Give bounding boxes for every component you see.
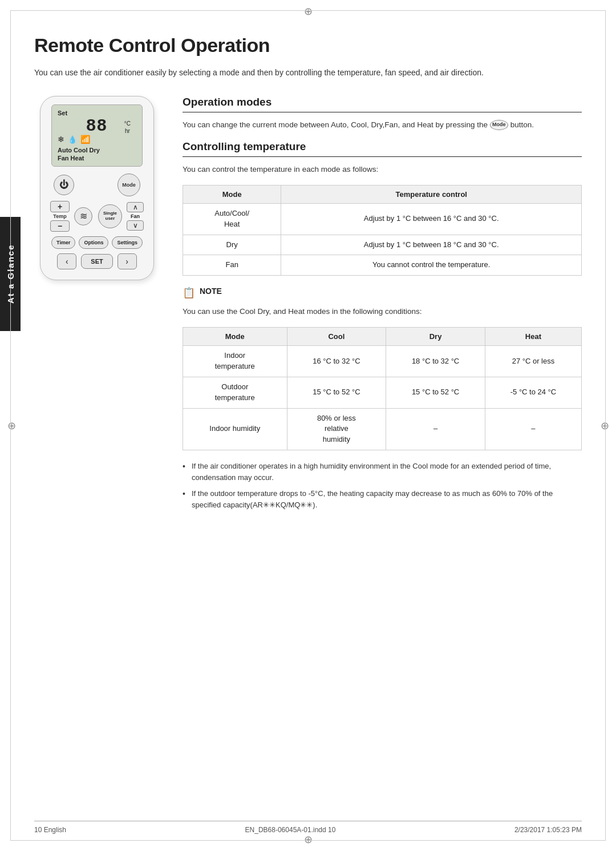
- cond-row3-heat: –: [485, 408, 581, 450]
- table-row: Outdoortemperature 15 °C to 52 °C 15 °C …: [183, 377, 582, 408]
- temp-row3-control: You cannot control the temperature.: [281, 255, 582, 276]
- table-row: Fan You cannot control the temperature.: [183, 255, 582, 276]
- mode-button[interactable]: Mode: [117, 174, 140, 196]
- temp-wind-fan-row: + Temp − ≋ Single user: [50, 201, 144, 232]
- nav-right-button[interactable]: ›: [117, 253, 137, 269]
- temp-row2-control: Adjust by 1 °C between 18 °C and 30 °C.: [281, 235, 582, 255]
- single-user-label: Single user: [103, 211, 117, 221]
- controlling-temp-divider: [183, 156, 582, 157]
- mode-label: Mode: [122, 182, 136, 188]
- temp-label: Temp: [53, 213, 66, 219]
- remote-display: Set 88 °C hr ❄ 💧 📶: [51, 104, 143, 167]
- table-row: Indoortemperature 16 °C to 32 °C 18 °C t…: [183, 346, 582, 377]
- cond-row2-heat: -5 °C to 24 °C: [485, 377, 581, 408]
- cond-row1-label: Indoortemperature: [183, 346, 287, 377]
- power-button[interactable]: ⏻: [54, 175, 74, 195]
- display-set-label: Set: [58, 110, 67, 116]
- nav-left-button[interactable]: ‹: [57, 253, 76, 269]
- operation-modes-title: Operation modes: [183, 96, 582, 108]
- note-content: NOTE: [200, 286, 222, 296]
- timer-button[interactable]: Timer: [51, 236, 75, 249]
- cond-row3-label: Indoor humidity: [183, 408, 287, 450]
- page-title: Remote Control Operation: [34, 34, 582, 57]
- note-text: You can use the Cool Dry, and Heat modes…: [183, 306, 582, 318]
- footer-date: 2/23/2017 1:05:23 PM: [514, 826, 582, 834]
- note-box: 📋 NOTE: [183, 286, 582, 299]
- nav-row: ‹ SET ›: [50, 253, 144, 269]
- cond-row1-cool: 16 °C to 32 °C: [287, 346, 386, 377]
- display-unit-hr: hr: [124, 127, 131, 135]
- temp-row1-mode: Auto/Cool/Heat: [183, 203, 281, 235]
- power-icon: ⏻: [59, 180, 68, 190]
- temperature-table: Mode Temperature control Auto/Cool/Heat …: [183, 185, 582, 276]
- middle-group: ≋ Single user: [74, 204, 122, 228]
- table-row: Dry Adjust by 1 °C between 18 °C and 30 …: [183, 235, 582, 255]
- cond-row3-cool: 80% or lessrelativehumidity: [287, 408, 386, 450]
- fan-label: Fan: [131, 213, 140, 219]
- temp-minus-button[interactable]: −: [50, 220, 70, 232]
- intro-text: You can use the air conditioner easily b…: [34, 67, 582, 79]
- options-button[interactable]: Options: [79, 236, 108, 249]
- fan-down-button[interactable]: ∨: [127, 220, 144, 231]
- list-item: If the outdoor temperature drops to -5°C…: [183, 488, 582, 511]
- settings-button[interactable]: Settings: [112, 236, 143, 249]
- conditions-table: Mode Cool Dry Heat Indoortemperature 16 …: [183, 327, 582, 450]
- single-user-button[interactable]: Single user: [98, 204, 122, 228]
- controlling-temp-text: You can control the temperature in each …: [183, 164, 582, 176]
- cond-row2-dry: 15 °C to 52 °C: [386, 377, 485, 408]
- wind-direction-icon[interactable]: ≋: [74, 207, 92, 225]
- temp-row2-mode: Dry: [183, 235, 281, 255]
- power-mode-row: ⏻ Mode: [50, 174, 144, 196]
- operation-modes-text: You can change the current mode between …: [183, 119, 582, 131]
- fan-group: ∧ Fan ∨: [127, 202, 144, 231]
- cond-header-dry: Dry: [386, 328, 485, 346]
- temp-row1-control: Adjust by 1 °C between 16 °C and 30 °C.: [281, 203, 582, 235]
- display-unit-celsius: °C: [124, 120, 131, 127]
- remote-body: Set 88 °C hr ❄ 💧 📶: [40, 96, 154, 280]
- temp-table-header-mode: Mode: [183, 185, 281, 203]
- temp-group: + Temp −: [50, 201, 70, 232]
- controlling-temp-title: Controlling temperature: [183, 140, 582, 153]
- cond-header-heat: Heat: [485, 328, 581, 346]
- cond-row2-cool: 15 °C to 52 °C: [287, 377, 386, 408]
- footer-doc-name: EN_DB68-06045A-01.indd 10: [245, 826, 336, 834]
- cond-row3-dry: –: [386, 408, 485, 450]
- display-digits: 88: [86, 116, 107, 134]
- temp-row3-mode: Fan: [183, 255, 281, 276]
- fan-up-button[interactable]: ∧: [127, 202, 144, 212]
- temp-table-header-control: Temperature control: [281, 185, 582, 203]
- cond-header-mode: Mode: [183, 328, 287, 346]
- table-row: Auto/Cool/Heat Adjust by 1 °C between 16…: [183, 203, 582, 235]
- mode-inline-button: Mode: [490, 120, 508, 130]
- table-row: Indoor humidity 80% or lessrelativehumid…: [183, 408, 582, 450]
- cond-row1-dry: 18 °C to 32 °C: [386, 346, 485, 377]
- timer-options-settings-row: Timer Options Settings: [50, 236, 144, 249]
- list-item: If the air conditioner operates in a hig…: [183, 461, 582, 483]
- cond-header-cool: Cool: [287, 328, 386, 346]
- temp-plus-button[interactable]: +: [50, 201, 70, 212]
- footer-page-number: 10 English: [34, 826, 66, 834]
- note-label: NOTE: [200, 287, 222, 296]
- display-icons: ❄ 💧 📶: [58, 135, 136, 144]
- display-mode-line1: Auto Cool Dry Fan Heat: [58, 146, 136, 163]
- bullet-list: If the air conditioner operates in a hig…: [183, 461, 582, 511]
- note-icon: 📋: [183, 287, 195, 299]
- remote-illustration: Set 88 °C hr ❄ 💧 📶: [34, 96, 160, 516]
- set-button[interactable]: SET: [81, 254, 112, 269]
- cond-row2-label: Outdoortemperature: [183, 377, 287, 408]
- cond-row1-heat: 27 °C or less: [485, 346, 581, 377]
- right-content: Operation modes You can change the curre…: [183, 96, 582, 516]
- operation-modes-divider: [183, 112, 582, 112]
- page-footer: 10 English EN_DB68-06045A-01.indd 10 2/2…: [34, 821, 582, 834]
- display-units: °C hr: [124, 120, 131, 135]
